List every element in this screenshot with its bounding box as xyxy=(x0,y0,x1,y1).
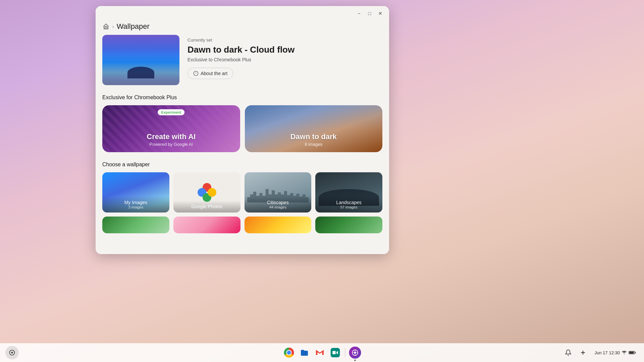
add-icon xyxy=(580,349,586,356)
citiscapes-count: 44 images xyxy=(249,205,308,209)
files-icon xyxy=(300,348,309,357)
date-label: Jun 17 xyxy=(594,350,607,355)
ai-card-sub: Powered by Google AI xyxy=(108,142,235,147)
my-images-card[interactable]: My Images 3 images xyxy=(102,172,169,213)
my-images-label: My Images 3 images xyxy=(102,196,169,213)
wallpaper-category-grid: My Images 3 images Google Photos xyxy=(102,172,382,213)
time-label: 12:30 xyxy=(609,350,620,355)
gmail-icon xyxy=(315,349,325,356)
citiscapes-card[interactable]: Citiscapes 44 images xyxy=(245,172,312,213)
chromebook-plus-title: Exclusive for Chromebook Plus xyxy=(102,95,382,101)
landscapes-name: Landscapes xyxy=(319,200,378,205)
wallpaper-app-icon xyxy=(349,347,361,359)
notification-icon xyxy=(565,349,572,356)
landscapes-label: Landscapes 57 images xyxy=(315,196,382,213)
my-images-name: My Images xyxy=(106,200,165,205)
dawn-card-label: Dawn to dark 8 images xyxy=(245,127,383,152)
active-indicator xyxy=(355,360,356,361)
wallpaper-row2 xyxy=(102,217,382,233)
launcher-button[interactable] xyxy=(5,346,19,359)
taskbar-chrome[interactable] xyxy=(282,346,296,360)
google-photos-name: Google Photos xyxy=(177,204,236,209)
dawn-to-dark-card[interactable]: Dawn to dark 8 images xyxy=(245,105,383,152)
dawn-card-main: Dawn to dark xyxy=(250,132,377,141)
svg-rect-17 xyxy=(635,352,636,353)
home-icon[interactable] xyxy=(102,23,110,30)
google-photos-logo xyxy=(198,183,216,202)
page-title: Wallpaper xyxy=(117,22,150,31)
taskbar: Jun 17 12:30 xyxy=(0,343,644,362)
category-card-8[interactable] xyxy=(315,217,382,233)
landscapes-count: 57 images xyxy=(319,205,378,209)
landscapes-card[interactable]: Landscapes 57 images xyxy=(315,172,382,213)
title-bar: − □ ✕ xyxy=(96,6,389,21)
current-wallpaper-info: Currently set Dawn to dark - Cloud flow … xyxy=(187,35,294,79)
minimize-button[interactable]: − xyxy=(354,9,364,18)
breadcrumb: › Wallpaper xyxy=(96,21,389,35)
wifi-icon xyxy=(621,350,627,356)
taskbar-divider xyxy=(345,348,345,357)
breadcrumb-chevron: › xyxy=(112,24,114,29)
taskbar-files[interactable] xyxy=(298,346,312,360)
taskbar-gmail[interactable] xyxy=(313,346,327,360)
about-art-button[interactable]: About the art xyxy=(187,68,233,79)
current-wallpaper-preview[interactable] xyxy=(102,35,179,85)
svg-point-4 xyxy=(11,352,13,354)
add-tray-button[interactable] xyxy=(577,347,589,359)
notification-tray-button[interactable] xyxy=(562,347,574,359)
category-card-5[interactable] xyxy=(102,217,169,233)
category-card-7[interactable] xyxy=(245,217,312,233)
wallpaper-name: Dawn to dark - Cloud flow xyxy=(187,45,294,55)
svg-point-8 xyxy=(354,352,356,354)
svg-point-15 xyxy=(624,354,625,355)
google-photos-card[interactable]: Google Photos xyxy=(173,172,240,213)
ai-card-label: Create with AI Powered by Google AI xyxy=(102,127,240,152)
petal-yellow xyxy=(208,188,216,197)
taskbar-wallpaper-app[interactable] xyxy=(348,346,362,360)
wallpaper-exclusive: Exclusive to Chromebook Plus xyxy=(187,57,294,62)
experiment-badge: Experiment xyxy=(158,109,184,115)
svg-rect-18 xyxy=(629,352,634,354)
content-area: Currently set Dawn to dark - Cloud flow … xyxy=(96,35,389,254)
current-wallpaper-section: Currently set Dawn to dark - Cloud flow … xyxy=(102,35,382,85)
chrome-icon xyxy=(284,348,294,358)
maximize-button[interactable]: □ xyxy=(365,9,374,18)
google-photos-label: Google Photos xyxy=(173,200,240,213)
window-controls: − □ ✕ xyxy=(354,9,385,18)
plus-grid: Experiment Create with AI Powered by Goo… xyxy=(102,105,382,152)
choose-wallpaper-section: Choose a wallpaper My Images 3 images xyxy=(102,162,382,233)
currently-set-label: Currently set xyxy=(187,38,294,43)
category-card-6[interactable] xyxy=(173,217,240,233)
my-images-count: 3 images xyxy=(106,205,165,209)
taskbar-meet[interactable] xyxy=(328,346,342,360)
meet-icon xyxy=(331,348,340,357)
about-art-label: About the art xyxy=(201,71,227,76)
dawn-card-sub: 8 images xyxy=(250,142,377,147)
wallpaper-window: − □ ✕ › Wallpaper Currently set Dawn to … xyxy=(96,6,389,254)
choose-wallpaper-title: Choose a wallpaper xyxy=(102,162,382,168)
datetime-tray[interactable]: Jun 17 12:30 xyxy=(592,348,639,357)
citiscapes-label: Citiscapes 44 images xyxy=(245,196,312,213)
taskbar-right: Jun 17 12:30 xyxy=(562,347,639,359)
create-with-ai-card[interactable]: Experiment Create with AI Powered by Goo… xyxy=(102,105,240,152)
taskbar-left xyxy=(5,346,19,359)
chromebook-plus-section: Exclusive for Chromebook Plus Experiment… xyxy=(102,95,382,152)
ai-card-main: Create with AI xyxy=(108,132,235,141)
citiscapes-name: Citiscapes xyxy=(249,200,308,205)
taskbar-center xyxy=(282,346,362,360)
close-button[interactable]: ✕ xyxy=(376,9,385,18)
battery-icon xyxy=(629,350,636,355)
